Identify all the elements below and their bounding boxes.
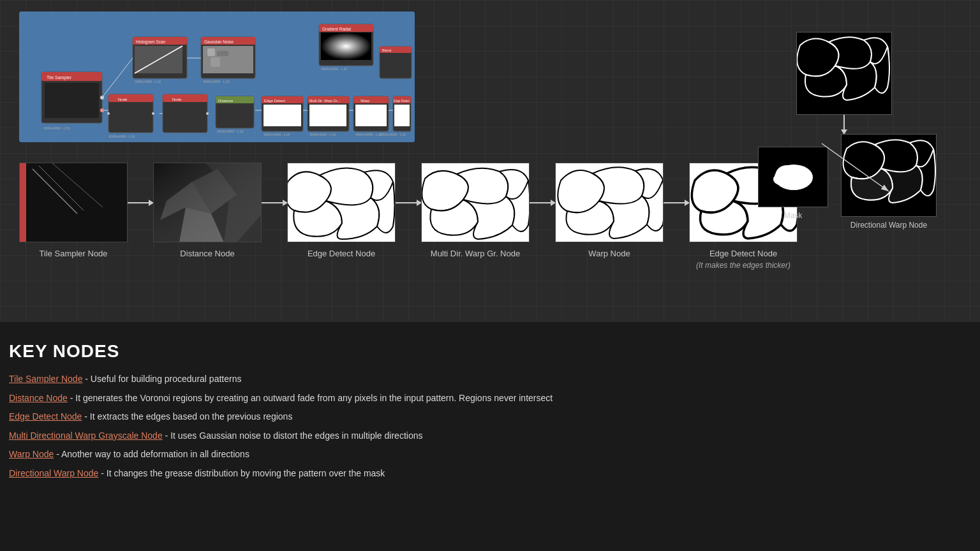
distance-preview bbox=[153, 163, 262, 242]
svg-text:4090x4096 - L16: 4090x4096 - L16 bbox=[380, 133, 406, 136]
arrow-2 bbox=[262, 163, 287, 203]
svg-rect-19 bbox=[207, 48, 215, 56]
svg-text:Gradient Radial: Gradient Radial bbox=[322, 27, 352, 31]
warp-link[interactable]: Warp Node bbox=[9, 449, 54, 459]
pipeline-distance: Distance Node bbox=[153, 163, 262, 258]
directional-warp-label: Directional Warp Node bbox=[850, 221, 927, 230]
pipeline-warp: Warp Node bbox=[555, 163, 664, 258]
tile-sampler-label: Tile Sampler Node bbox=[39, 249, 107, 258]
svg-rect-6 bbox=[45, 83, 99, 118]
svg-rect-32 bbox=[108, 94, 153, 102]
svg-text:Edge Detect: Edge Detect bbox=[264, 99, 285, 103]
svg-rect-26 bbox=[321, 33, 371, 60]
svg-rect-90 bbox=[154, 163, 261, 242]
svg-text:Tile Sampler: Tile Sampler bbox=[47, 75, 72, 80]
arrow-line-2 bbox=[262, 202, 287, 203]
multi-dir-link[interactable]: Multi Directional Warp Grayscale Node bbox=[9, 430, 163, 441]
key-nodes-title: KEY NODES bbox=[9, 341, 954, 362]
svg-rect-55 bbox=[355, 105, 387, 126]
arrow-line-3 bbox=[396, 202, 421, 203]
key-node-warp: Warp Node - Another way to add deformati… bbox=[9, 448, 954, 461]
distance-link[interactable]: Distance Node bbox=[9, 393, 68, 403]
node-graph-area: Tile Sampler 4096x4096 - L16 Histogram S… bbox=[19, 11, 415, 142]
key-node-directional-warp: Directional Warp Node - It changes the g… bbox=[9, 467, 954, 480]
svg-text:Node: Node bbox=[172, 98, 182, 101]
multi-dir-desc: - It uses Gaussian noise to distort the … bbox=[163, 430, 423, 441]
edge-detect-2-sublabel: (It makes the edges thicker) bbox=[696, 261, 791, 270]
arrow-line-4 bbox=[530, 202, 555, 203]
svg-point-101 bbox=[773, 173, 792, 186]
pipeline-multi-dir-warp: Multi Dir. Warp Gr. Node bbox=[421, 163, 530, 258]
multi-dir-warp-label: Multi Dir. Warp Gr. Node bbox=[431, 249, 520, 258]
svg-text:4096x4096 - L16: 4096x4096 - L16 bbox=[217, 129, 243, 133]
warp-label: Warp Node bbox=[588, 249, 630, 258]
edge-detect-2-label: Edge Detect Node bbox=[709, 249, 777, 258]
warp-desc: - Another way to add deformation in all … bbox=[54, 449, 249, 459]
mask-preview bbox=[758, 147, 828, 207]
directional-warp-desc: - It changes the grease distribution by … bbox=[98, 468, 385, 478]
tile-sampler-desc: - Useful for building procedural pattern… bbox=[82, 374, 241, 384]
svg-text:4000x4096 - L16: 4000x4096 - L16 bbox=[264, 133, 290, 136]
svg-point-102 bbox=[797, 173, 812, 185]
key-node-tile-sampler: Tile Sampler Node - Useful for building … bbox=[9, 373, 954, 386]
key-node-edge-detect: Edge Detect Node - It extracts the edges… bbox=[9, 411, 954, 423]
arrow-3 bbox=[396, 163, 421, 203]
svg-text:Node: Node bbox=[118, 98, 128, 101]
warp-preview bbox=[555, 163, 664, 242]
arrow-1 bbox=[128, 163, 153, 203]
svg-rect-21 bbox=[211, 57, 220, 67]
svg-text:Multi Dir. Warp Gr...: Multi Dir. Warp Gr... bbox=[309, 99, 340, 103]
svg-line-104 bbox=[822, 143, 889, 191]
svg-point-73 bbox=[152, 112, 154, 115]
distance-desc: - It generates the Voronoi regions by cr… bbox=[68, 393, 553, 403]
pipeline-tile-sampler: Tile Sampler Node bbox=[19, 163, 128, 258]
key-node-distance: Distance Node - It generates the Voronoi… bbox=[9, 392, 954, 405]
svg-point-74 bbox=[206, 112, 209, 115]
svg-text:4090x4096 - L16: 4090x4096 - L16 bbox=[355, 133, 382, 136]
arrow-line-5 bbox=[664, 202, 689, 203]
svg-text:4095x4095 - L16: 4095x4095 - L16 bbox=[135, 80, 161, 84]
edge-detect-link[interactable]: Edge Detect Node bbox=[9, 411, 82, 422]
svg-text:4096x4096 - L16: 4096x4096 - L16 bbox=[43, 126, 70, 130]
mask-row: Mask bbox=[752, 134, 937, 230]
edge-detect-1-label: Edge Detect Node bbox=[308, 249, 375, 258]
svg-point-72 bbox=[107, 112, 110, 115]
svg-rect-76 bbox=[20, 163, 127, 242]
svg-rect-36 bbox=[163, 94, 207, 102]
tile-sampler-preview bbox=[19, 163, 128, 242]
pipeline-edge-detect-1: Edge Detect Node bbox=[287, 163, 396, 258]
svg-text:Blend: Blend bbox=[382, 48, 391, 52]
right-section: Mask bbox=[752, 32, 937, 230]
multi-dir-warp-preview bbox=[421, 163, 530, 242]
svg-point-71 bbox=[100, 108, 104, 112]
svg-text:4095x4095 - L16: 4095x4095 - L16 bbox=[203, 80, 229, 84]
svg-text:Distance: Distance bbox=[218, 99, 234, 103]
svg-text:4096x4096 - L16: 4096x4096 - L16 bbox=[321, 67, 347, 71]
svg-text:4096x4096 - L16: 4096x4096 - L16 bbox=[309, 133, 336, 136]
diagonal-arrow-svg bbox=[819, 140, 902, 198]
arrow-down-1 bbox=[843, 115, 845, 134]
edge-detect-desc: - It extracts the edges based on the pre… bbox=[82, 411, 292, 422]
svg-text:Histogram Scan: Histogram Scan bbox=[136, 40, 166, 45]
distance-label: Distance Node bbox=[180, 249, 234, 258]
svg-text:Warp: Warp bbox=[360, 99, 370, 103]
svg-rect-83 bbox=[20, 217, 25, 239]
arrow-5 bbox=[664, 163, 689, 203]
mask-section: Mask bbox=[758, 147, 828, 220]
svg-rect-82 bbox=[20, 195, 25, 207]
svg-rect-20 bbox=[217, 51, 228, 56]
svg-rect-53 bbox=[353, 96, 389, 103]
voronoi-top-right bbox=[796, 32, 892, 115]
key-nodes-section: KEY NODES Tile Sampler Node - Useful for… bbox=[0, 322, 980, 551]
svg-rect-45 bbox=[264, 105, 301, 126]
svg-text:Edge Detect: Edge Detect bbox=[394, 99, 410, 103]
arrow-4 bbox=[530, 163, 555, 203]
directional-warp-link[interactable]: Directional Warp Node bbox=[9, 468, 98, 478]
tile-sampler-link[interactable]: Tile Sampler Node bbox=[9, 374, 82, 384]
svg-rect-60 bbox=[394, 105, 410, 126]
svg-rect-50 bbox=[309, 105, 346, 126]
edge-detect-1-preview bbox=[287, 163, 396, 242]
key-nodes-list: Tile Sampler Node - Useful for building … bbox=[9, 373, 954, 480]
svg-text:4096x4096 - L16: 4096x4096 - L16 bbox=[108, 135, 135, 138]
svg-text:Gaussian Noise: Gaussian Noise bbox=[204, 40, 234, 44]
